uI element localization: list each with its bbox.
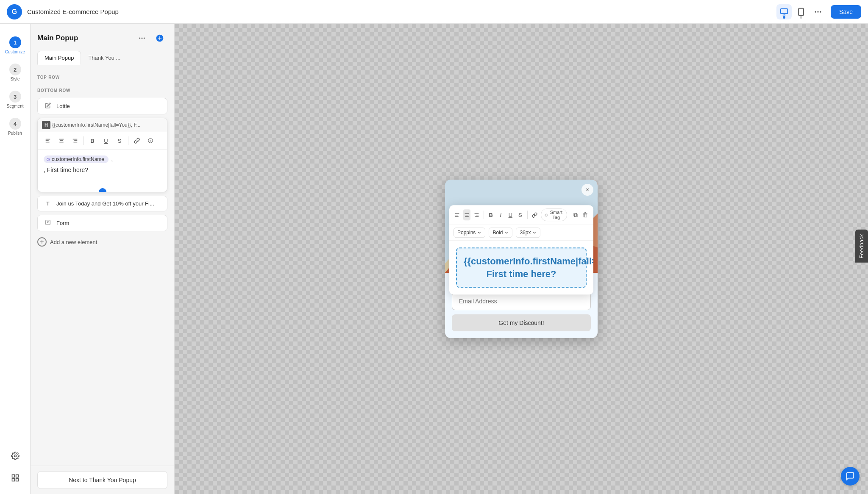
step-circle-1: 1 [9, 36, 21, 48]
re-smart-tag-btn[interactable]: Smart Tag [541, 208, 567, 221]
edit-icon [44, 103, 52, 110]
element-text-label: Join us Today and Get 10% off your Fi... [56, 200, 154, 207]
popup-close-btn[interactable]: × [581, 184, 593, 196]
svg-rect-10 [16, 475, 18, 477]
svg-rect-9 [12, 475, 14, 477]
svg-point-38 [545, 214, 547, 216]
text-body-line: , First time here? [44, 167, 161, 173]
svg-rect-11 [12, 479, 14, 481]
comma-text: , [111, 155, 113, 163]
align-center-btn[interactable] [56, 135, 67, 147]
re-delete-btn[interactable]: 🗑 [582, 209, 589, 220]
tag-icon: ⊙ [46, 157, 50, 162]
mobile-view-btn[interactable] [793, 4, 809, 19]
settings-btn[interactable] [8, 448, 23, 463]
align-left-btn[interactable] [42, 135, 54, 147]
canvas-area: B I U S Smart Tag ⧉ 🗑 Poppins [175, 24, 868, 494]
left-sidebar: 1 Customize 2 Style 3 Segment 4 Publish [0, 24, 31, 494]
text-line-1: ⊙ customerInfo.firstName , [44, 155, 161, 163]
popup-email-input[interactable] [452, 292, 591, 310]
step-label-2: Style [10, 77, 19, 81]
editor-add-btn[interactable] [152, 31, 167, 46]
sidebar-bottom [8, 448, 23, 494]
re-align-left-btn[interactable] [453, 209, 461, 220]
feedback-btn[interactable]: Feedback [855, 230, 868, 263]
font-size-select[interactable]: 36px [516, 228, 540, 238]
element-lottie[interactable]: Lottie [37, 98, 167, 114]
step-circle-3: 3 [9, 91, 21, 103]
editor-header-actions [134, 31, 167, 46]
formatting-toolbar: B U S [38, 132, 167, 150]
apps-btn[interactable] [8, 470, 23, 486]
re-italic-btn[interactable]: I [497, 209, 504, 220]
more-options-btn[interactable] [810, 4, 826, 19]
rich-editor-toolbar2: Poppins Bold 36px [449, 225, 593, 241]
text-editor-popup: H {{customerInfo.firstName|fall=You}}, F… [37, 118, 167, 192]
svg-point-14 [142, 38, 142, 39]
re-link-btn[interactable] [531, 209, 538, 220]
add-element-row[interactable]: + Add a new element [37, 235, 167, 249]
underline-btn[interactable]: U [100, 135, 112, 147]
text-editor-body: ⊙ customerInfo.firstName , , First time … [38, 150, 167, 192]
element-text[interactable]: T Join us Today and Get 10% off your Fi.… [37, 196, 167, 211]
step-circle-2: 2 [9, 64, 21, 75]
text-editor-header: H {{customerInfo.firstName|fall=You}}, F… [38, 118, 167, 132]
desktop-view-btn[interactable] [776, 4, 792, 19]
font-family-select[interactable]: Poppins [453, 228, 485, 238]
save-button[interactable]: Save [831, 5, 861, 19]
text-icon: T [44, 201, 52, 207]
svg-point-8 [14, 455, 16, 457]
sidebar-item-segment[interactable]: 3 Segment [0, 86, 31, 112]
page-title: Customized E-commerce Popup [27, 8, 771, 15]
strikethrough-btn[interactable]: S [114, 135, 125, 147]
smart-tag-small-btn[interactable] [145, 135, 156, 147]
svg-point-13 [139, 38, 140, 39]
element-form[interactable]: Form [37, 215, 167, 231]
step-circle-4: 4 [9, 118, 21, 130]
toolbar-divider-1 [83, 136, 84, 145]
element-lottie-label: Lottie [56, 103, 70, 109]
re-divider-2 [527, 211, 528, 219]
editor-tabs: Main Popup Thank You ... [31, 46, 174, 65]
toolbar-divider-2 [128, 136, 128, 145]
svg-point-15 [144, 38, 145, 39]
next-btn[interactable]: Next to Thank You Popup [37, 471, 167, 489]
align-right-btn[interactable] [69, 135, 81, 147]
re-align-right-btn[interactable] [473, 209, 480, 220]
font-weight-select[interactable]: Bold [489, 228, 512, 238]
editor-more-btn[interactable] [134, 31, 150, 46]
svg-point-7 [820, 11, 821, 12]
link-btn[interactable] [131, 135, 143, 147]
editor-panel: Main Popup Main Popup Thank You ... TOP [31, 24, 175, 494]
sidebar-item-customize[interactable]: 1 Customize [0, 32, 31, 58]
re-copy-btn[interactable]: ⧉ [572, 209, 579, 220]
bottom-row-label: BOTTOM ROW [37, 88, 167, 93]
tab-main-popup[interactable]: Main Popup [37, 51, 81, 65]
smart-tag-chip: ⊙ customerInfo.firstName [44, 155, 108, 163]
re-divider-1 [484, 211, 484, 219]
step-label-3: Segment [6, 104, 23, 108]
main-layout: 1 Customize 2 Style 3 Segment 4 Publish [0, 24, 868, 494]
add-element-label: Add a new element [50, 239, 97, 245]
popup-cta-btn[interactable]: Get my Discount! [452, 314, 591, 331]
editor-content: TOP ROW BOTTOM ROW Lottie H {{customerIn… [31, 65, 174, 466]
element-form-label: Form [56, 220, 69, 226]
heading-badge: H [42, 121, 50, 129]
re-underline-btn[interactable]: U [507, 209, 514, 220]
feedback-panel: Feedback [855, 230, 868, 264]
bold-btn[interactable]: B [86, 135, 98, 147]
tab-thank-you[interactable]: Thank You ... [81, 51, 128, 65]
re-strike-btn[interactable]: S [517, 209, 524, 220]
text-preview: {{customerInfo.firstName|fall=You}}, F..… [52, 122, 163, 128]
re-bold-btn[interactable]: B [487, 209, 495, 220]
sidebar-item-publish[interactable]: 4 Publish [0, 114, 31, 139]
svg-rect-12 [16, 479, 18, 481]
editor-header: Main Popup [31, 24, 174, 46]
chat-bubble[interactable] [841, 467, 860, 486]
svg-point-5 [815, 11, 816, 12]
re-align-center-btn[interactable] [463, 209, 470, 220]
rich-editor-toolbar1: B I U S Smart Tag ⧉ 🗑 [449, 205, 593, 225]
sidebar-item-style[interactable]: 2 Style [0, 59, 31, 85]
highlighted-text-block[interactable]: {{customerInfo.firstName|fall=You}}, Fir… [456, 247, 587, 288]
svg-point-6 [818, 11, 818, 12]
